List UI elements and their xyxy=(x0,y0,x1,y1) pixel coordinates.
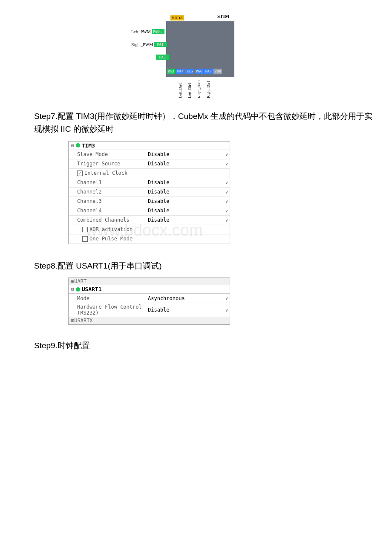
combined-channels-chevron: ∨ xyxy=(225,218,228,223)
channel4-key: Channel4 xyxy=(74,207,146,214)
channel3-chevron: ∨ xyxy=(225,199,228,204)
hw-flow-value[interactable]: Disable ∨ xyxy=(146,306,230,314)
pa5-label: Left_Dir1 xyxy=(187,75,192,98)
channel3-row: Channel3 Disable ∨ xyxy=(69,197,230,206)
channel3-key: Channel3 xyxy=(74,197,146,205)
channel1-row: Channel1 Disable ∨ xyxy=(69,178,230,188)
vdda-pin: VDDA xyxy=(170,15,184,20)
pa6-label: Right_Dir0 xyxy=(197,75,201,98)
tim3-collapse-icon[interactable]: ⊟ xyxy=(71,143,74,148)
pa5-box: PA5 xyxy=(185,69,194,74)
tim3-label: TIM3 xyxy=(82,142,95,149)
chip-diagram: STIM VDDA Left_PWM PA0-... Right_PWM PA1… xyxy=(124,13,268,98)
pa6-box: PA6 xyxy=(195,69,203,74)
channel2-key: Channel2 xyxy=(74,188,146,196)
channel2-text: Disable xyxy=(148,189,170,195)
trigger-source-text: Disable xyxy=(148,161,170,167)
slave-mode-text: Disable xyxy=(148,151,170,157)
usart-parent-label: UART xyxy=(74,278,86,284)
usart1-dot xyxy=(76,287,80,292)
left-pwm-label: Left_PWM xyxy=(131,29,151,34)
bottom-pins: PA3 PA4 Left_Dir0 PA5 Left_Dir1 PA6 Righ… xyxy=(166,69,222,98)
usart-mode-text: Asynchronous xyxy=(148,295,185,301)
channel1-text: Disable xyxy=(148,179,170,185)
usart-parent-collapse[interactable]: ⊞ xyxy=(71,278,74,284)
usart-mode-chevron: ∨ xyxy=(225,296,228,301)
pa6-pin: PA6 Right_Dir0 xyxy=(194,69,204,98)
hw-flow-chevron: ∨ xyxy=(225,308,228,312)
pa3-box: PA3 xyxy=(167,69,175,74)
left-pwm-pin: Left_PWM PA0-... xyxy=(131,29,164,34)
usart1-collapse-icon[interactable]: ⊟ xyxy=(71,286,74,292)
combined-channels-key: Combined Channels xyxy=(74,216,146,224)
usart-footer-collapse[interactable]: ⊞ xyxy=(71,318,74,324)
usart-mode-value[interactable]: Asynchronous ∨ xyxy=(146,295,230,302)
right-pwm-label: Right_PWM xyxy=(131,42,153,47)
usart-mode-row: Mode Asynchronous ∨ xyxy=(69,294,230,303)
usart-gray-header: ⊞ UART xyxy=(69,278,230,285)
pa0-pin-box: PA0-... xyxy=(152,29,165,34)
xor-value xyxy=(151,228,230,230)
channel2-value[interactable]: Disable ∨ xyxy=(146,188,230,196)
step8-heading: Step8.配置 USART1(用于串口调试) xyxy=(34,260,375,272)
channel4-value[interactable]: Disable ∨ xyxy=(146,207,230,214)
combined-channels-row: Combined Channels Disable ∨ xyxy=(69,216,230,225)
tim3-dot xyxy=(76,143,80,147)
internal-clock-checkbox[interactable]: ✓ xyxy=(77,171,83,176)
hw-flow-row: Hardware Flow Control (RS232) Disable ∨ xyxy=(69,303,230,317)
pa7-pin: PA7 Right_Dir1 xyxy=(204,69,213,98)
one-pulse-value xyxy=(151,238,230,240)
pa7-box: PA7 xyxy=(204,69,213,74)
pa4-box: PA4 xyxy=(176,69,184,74)
channel1-value[interactable]: Disable ∨ xyxy=(146,179,230,186)
xor-activation-key: XOR activation xyxy=(79,225,151,233)
pa5-pin: PA5 Left_Dir1 xyxy=(185,69,194,98)
pa2-pin-box: PA2 xyxy=(156,55,169,60)
tim3-section-header: ⊟ TIM3 xyxy=(69,142,230,150)
chip-diagram-section: STIM VDDA Left_PWM PA0-... Right_PWM PA1… xyxy=(17,13,375,98)
trigger-source-row: Trigger Source Disable ∨ xyxy=(69,159,230,169)
usart1-label: USART1 xyxy=(82,286,102,292)
usart1-section-header: ⊟ USART1 xyxy=(69,285,230,294)
hw-flow-text: Disable xyxy=(148,307,170,313)
one-pulse-checkbox[interactable] xyxy=(82,236,88,242)
hw-flow-key: Hardware Flow Control (RS232) xyxy=(74,303,146,317)
channel1-chevron: ∨ xyxy=(225,180,228,185)
xor-label: XOR activation xyxy=(89,226,133,232)
right-pwm-pin: Right_PWM PA1 xyxy=(131,42,167,47)
pa3-pin: PA3 xyxy=(166,69,176,98)
xor-checkbox[interactable] xyxy=(82,227,88,232)
internal-clock-label: Internal Clock xyxy=(84,170,127,176)
pa1-pin-box: PA1 xyxy=(154,42,167,47)
one-pulse-row: One Pulse Mode xyxy=(69,234,230,244)
trigger-source-chevron: ∨ xyxy=(225,162,228,166)
tim3-config-table: ⊟ TIM3 Slave Mode Disable ∨ Trigger Sour… xyxy=(68,141,230,244)
usart-footer-label: USARTX xyxy=(74,318,92,324)
channel4-text: Disable xyxy=(148,208,170,214)
pa2-pin: PA2 xyxy=(156,55,169,60)
internal-clock-key: ✓ Internal Clock xyxy=(74,169,146,177)
channel3-value[interactable]: Disable ∨ xyxy=(146,197,230,205)
pb0-box: PB0 xyxy=(213,69,222,74)
one-pulse-label: One Pulse Mode xyxy=(89,236,133,242)
slave-mode-value[interactable]: Disable ∨ xyxy=(146,150,230,158)
channel4-chevron: ∨ xyxy=(225,208,228,213)
trigger-source-value[interactable]: Disable ∨ xyxy=(146,160,230,168)
slave-mode-row: Slave Mode Disable ∨ xyxy=(69,150,230,159)
step7-heading: Step7.配置 TIM3(用作微妙延时时钟），CubeMx 生成的代码中不包含… xyxy=(34,110,375,136)
combined-channels-value[interactable]: Disable ∨ xyxy=(146,216,230,224)
pb0-pin: PB0 xyxy=(213,69,222,98)
usart-mode-key: Mode xyxy=(74,295,146,302)
channel1-key: Channel1 xyxy=(74,179,146,186)
internal-clock-row: ✓ Internal Clock xyxy=(69,169,230,178)
channel4-row: Channel4 Disable ∨ xyxy=(69,206,230,216)
usart-footer-gray: ⊞ USARTX xyxy=(69,317,230,324)
channel2-chevron: ∨ xyxy=(225,190,228,194)
usart1-config-table: ⊞ UART ⊟ USART1 Mode Asynchronous ∨ Hard… xyxy=(68,278,230,325)
vdda-pin-box: VDDA xyxy=(170,15,184,20)
trigger-source-key: Trigger Source xyxy=(74,160,146,168)
chip-top-label: STIM xyxy=(217,14,229,19)
channel2-row: Channel2 Disable ∨ xyxy=(69,188,230,197)
channel3-text: Disable xyxy=(148,198,170,204)
slave-mode-chevron: ∨ xyxy=(225,152,228,157)
